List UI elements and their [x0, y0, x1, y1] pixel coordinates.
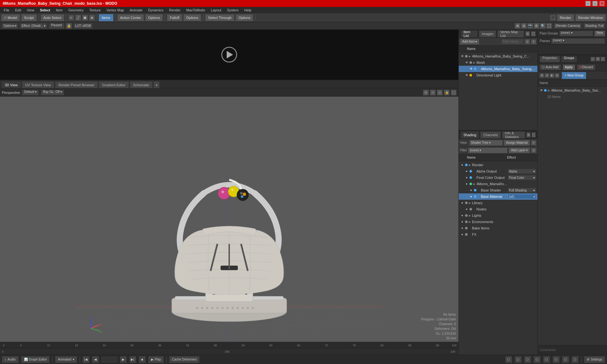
transport-icon-3[interactable]: ⬡ [524, 356, 531, 363]
shading-lock-icon[interactable]: ⛶ [532, 132, 536, 137]
select-vertices-icon[interactable]: ▪ [68, 15, 74, 21]
tree-item-scene[interactable]: 👁 ▶ 4Moms_HamaRoo_Baby_Swing_C... [459, 53, 537, 59]
item-list-tab[interactable]: Item List [461, 30, 478, 37]
filter-items-input[interactable]: Filter Items [501, 39, 524, 45]
images-tab[interactable]: Images [479, 30, 496, 37]
audio-button[interactable]: ♪ Audio [2, 356, 19, 363]
groups-add-icon[interactable]: + [591, 57, 595, 61]
3d-viewport[interactable]: Perspective Default ▾ Ray GL: Off ▾ ⚙ ↺ … [0, 88, 458, 342]
shader-final-color-output[interactable]: ● Final Color Output Final Color ▾ [459, 174, 537, 181]
transport-icon-4[interactable]: ⬡ [534, 356, 541, 363]
play-preview-button[interactable] [221, 47, 237, 63]
expand-11[interactable]: ▶ [469, 221, 472, 223]
shader-fx[interactable]: ● FX [459, 231, 537, 238]
groups-tab[interactable]: Groups [561, 56, 577, 62]
transport-icon-6[interactable]: ⬡ [553, 356, 560, 363]
groups-view-icon-3[interactable]: ◧ [550, 73, 554, 78]
maximize-button[interactable]: □ [592, 1, 598, 6]
menu-geometry[interactable]: Geometry [66, 8, 86, 13]
menu-item[interactable]: Item [53, 8, 65, 13]
settings-button[interactable]: ⚙ Settings [584, 356, 605, 363]
viewport-settings-icon[interactable]: ⚙ [534, 23, 539, 29]
shader-bake-items[interactable]: ● Bake Items [459, 225, 537, 231]
model-mode-button[interactable]: ⬡ Model [1, 14, 20, 21]
lock-icon[interactable]: 🔒 [66, 23, 72, 29]
channels-tab[interactable]: Channels [480, 131, 500, 138]
stop-button[interactable]: ■ [139, 356, 146, 363]
shader-visibility-icon-10[interactable]: ● [460, 220, 464, 224]
shader-expand-arrow[interactable]: ▶ [469, 164, 472, 167]
f-button[interactable]: F [531, 39, 536, 44]
shader-visibility-icon-12[interactable]: ● [460, 232, 464, 237]
shader-visibility-icon-4[interactable]: ● [464, 182, 469, 186]
apply-button[interactable]: Apply [563, 64, 575, 70]
auto-select-button[interactable]: Auto Select [41, 14, 64, 21]
visibility-icon-2[interactable]: 👁 [464, 60, 469, 65]
menu-animate[interactable]: Animate [127, 8, 145, 13]
step-forward-button[interactable]: ▶ [120, 356, 127, 363]
render-window-button[interactable]: Render Window [575, 14, 606, 21]
shader-base-shader[interactable]: ● Base Shader Full Shading ▾ [459, 187, 537, 193]
transport-icon-8[interactable]: ⬡ [572, 356, 579, 363]
pass-groups-new-button[interactable]: New [594, 31, 605, 36]
pass-groups-dropdown[interactable]: (none) ▾ [559, 31, 593, 36]
shader-visibility-icon-7[interactable]: ● [460, 201, 464, 205]
expand-arrow-2[interactable]: ▶ [473, 61, 476, 64]
sculpt-mode-button[interactable]: Sculpt [21, 14, 37, 21]
add-item-button[interactable]: Add Item ▾ [460, 39, 479, 45]
item-list-settings-icon[interactable]: ⚙ [525, 31, 530, 36]
shader-base-material[interactable]: ● Base Material (all) ▾ [459, 193, 537, 200]
expand-5[interactable]: ▶ [473, 183, 476, 185]
final-color-effect-dropdown[interactable]: Final Color ▾ [508, 175, 536, 180]
shader-visibility-icon[interactable]: ● [460, 163, 464, 167]
options3-button[interactable]: Options [236, 14, 253, 21]
tab-schematic[interactable]: Schematic [130, 81, 153, 88]
shading-tab[interactable]: Shading [461, 131, 479, 138]
tab-uv-texture[interactable]: UV Texture View [22, 81, 54, 88]
shader-f-button[interactable]: F [531, 140, 536, 145]
tab-render-preset[interactable]: Render Preset Browser [55, 81, 98, 88]
groups-visibility-icon[interactable]: 👁 [539, 88, 543, 93]
render-camera-dropdown[interactable]: (Render Camera) [554, 23, 582, 29]
shader-alpha-output[interactable]: ● Alpha Output Alpha ▾ [459, 168, 537, 174]
paused-button[interactable]: Paused [49, 23, 64, 29]
auto-add-button[interactable]: ⬡ Auto Add [540, 64, 561, 70]
transport-icon-7[interactable]: ⬡ [562, 356, 569, 363]
select-materials-icon[interactable]: ◈ [89, 15, 95, 21]
shader-4moms-group[interactable]: ● ▶ 4Moms_MamaRoo_Baby_S... [459, 181, 537, 187]
action-center-button[interactable]: Action Center [117, 14, 144, 21]
expand-10[interactable]: ▶ [469, 214, 472, 217]
shader-visibility-icon-9[interactable]: ● [460, 213, 464, 218]
groups-view-icon-1[interactable]: ⊞ [540, 73, 544, 78]
discard-button[interactable]: ✕ Discard [577, 64, 595, 70]
shader-lights[interactable]: ● ▶ Lights [459, 212, 537, 219]
viewport-zoom-icon[interactable]: 🔍 [540, 23, 546, 29]
items-button[interactable]: Items [99, 14, 113, 21]
add-viewport-tab-button[interactable]: + [153, 81, 160, 88]
tab-gradient-editor[interactable]: Gradient Editor [99, 81, 129, 88]
current-frame-input[interactable]: 0 [101, 357, 117, 362]
groups-expand-arrow[interactable]: ▶ [548, 89, 551, 92]
menu-vertex-map[interactable]: Vertex Map [104, 8, 127, 13]
window-controls[interactable]: ─ □ ✕ [586, 1, 604, 6]
assign-material-button[interactable]: Assign Material [504, 140, 530, 146]
groups-view-icon-4[interactable]: ⊟ [555, 73, 559, 78]
graph-editor-button[interactable]: 📊 Graph Editor [21, 356, 50, 363]
viewport-zoom-fit-icon[interactable]: ⊡ [437, 90, 443, 95]
play-button[interactable]: ▶ Play [148, 356, 164, 363]
close-button[interactable]: ✕ [599, 1, 604, 6]
select-through-button[interactable]: Select Through [205, 14, 234, 21]
render-icon[interactable]: ⬛ [550, 15, 556, 21]
menu-render[interactable]: Render [167, 8, 183, 13]
s-button[interactable]: S [525, 39, 530, 44]
groups-view-icon-2[interactable]: ⊡ [545, 73, 549, 78]
render-button[interactable]: Render [557, 14, 574, 21]
add-layer-button[interactable]: Add Layer ▾ [509, 148, 530, 153]
falloff-button[interactable]: Falloff [167, 14, 182, 21]
shader-visibility-icon-11[interactable]: ● [460, 226, 464, 230]
lut-dropdown[interactable]: LUT: sRGB [74, 23, 93, 29]
item-list-lock-icon[interactable]: ⛶ [531, 31, 536, 36]
properties-tab[interactable]: Properties [540, 56, 560, 62]
transport-icon-1[interactable]: ⬡ [505, 356, 512, 363]
tree-item-directional-light[interactable]: 👁 Directional Light [459, 72, 537, 78]
